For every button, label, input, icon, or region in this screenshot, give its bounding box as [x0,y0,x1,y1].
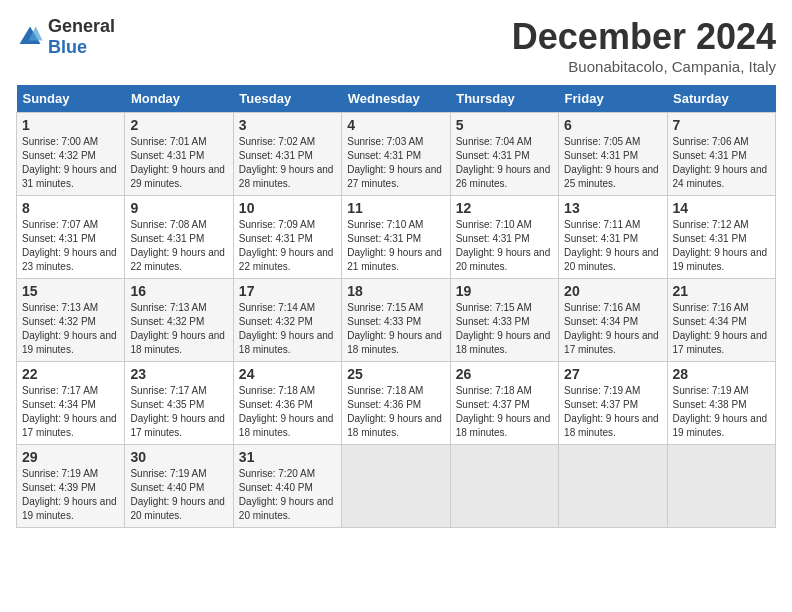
calendar-day-13: 13Sunrise: 7:11 AMSunset: 4:31 PMDayligh… [559,196,667,279]
logo-blue: Blue [48,37,87,57]
calendar-day-16: 16Sunrise: 7:13 AMSunset: 4:32 PMDayligh… [125,279,233,362]
calendar-week-4: 22Sunrise: 7:17 AMSunset: 4:34 PMDayligh… [17,362,776,445]
header-monday: Monday [125,85,233,113]
header-wednesday: Wednesday [342,85,450,113]
calendar-day-24: 24Sunrise: 7:18 AMSunset: 4:36 PMDayligh… [233,362,341,445]
calendar-day-10: 10Sunrise: 7:09 AMSunset: 4:31 PMDayligh… [233,196,341,279]
calendar-day-23: 23Sunrise: 7:17 AMSunset: 4:35 PMDayligh… [125,362,233,445]
calendar-day-25: 25Sunrise: 7:18 AMSunset: 4:36 PMDayligh… [342,362,450,445]
weekday-header-row: Sunday Monday Tuesday Wednesday Thursday… [17,85,776,113]
title-area: December 2024 Buonabitacolo, Campania, I… [512,16,776,75]
calendar-table: Sunday Monday Tuesday Wednesday Thursday… [16,85,776,528]
calendar-day-15: 15Sunrise: 7:13 AMSunset: 4:32 PMDayligh… [17,279,125,362]
calendar-day-22: 22Sunrise: 7:17 AMSunset: 4:34 PMDayligh… [17,362,125,445]
calendar-day-7: 7Sunrise: 7:06 AMSunset: 4:31 PMDaylight… [667,113,775,196]
calendar-day-17: 17Sunrise: 7:14 AMSunset: 4:32 PMDayligh… [233,279,341,362]
calendar-empty-cell [667,445,775,528]
calendar-week-2: 8Sunrise: 7:07 AMSunset: 4:31 PMDaylight… [17,196,776,279]
calendar-day-9: 9Sunrise: 7:08 AMSunset: 4:31 PMDaylight… [125,196,233,279]
calendar-day-12: 12Sunrise: 7:10 AMSunset: 4:31 PMDayligh… [450,196,558,279]
page-header: General Blue December 2024 Buonabitacolo… [16,16,776,75]
calendar-day-1: 1Sunrise: 7:00 AMSunset: 4:32 PMDaylight… [17,113,125,196]
month-title: December 2024 [512,16,776,58]
calendar-day-26: 26Sunrise: 7:18 AMSunset: 4:37 PMDayligh… [450,362,558,445]
calendar-day-21: 21Sunrise: 7:16 AMSunset: 4:34 PMDayligh… [667,279,775,362]
calendar-day-6: 6Sunrise: 7:05 AMSunset: 4:31 PMDaylight… [559,113,667,196]
calendar-day-8: 8Sunrise: 7:07 AMSunset: 4:31 PMDaylight… [17,196,125,279]
header-saturday: Saturday [667,85,775,113]
location-title: Buonabitacolo, Campania, Italy [512,58,776,75]
calendar-day-5: 5Sunrise: 7:04 AMSunset: 4:31 PMDaylight… [450,113,558,196]
header-friday: Friday [559,85,667,113]
header-sunday: Sunday [17,85,125,113]
calendar-empty-cell [342,445,450,528]
calendar-empty-cell [559,445,667,528]
calendar-day-31: 31Sunrise: 7:20 AMSunset: 4:40 PMDayligh… [233,445,341,528]
calendar-day-30: 30Sunrise: 7:19 AMSunset: 4:40 PMDayligh… [125,445,233,528]
calendar-week-1: 1Sunrise: 7:00 AMSunset: 4:32 PMDaylight… [17,113,776,196]
calendar-day-28: 28Sunrise: 7:19 AMSunset: 4:38 PMDayligh… [667,362,775,445]
header-thursday: Thursday [450,85,558,113]
calendar-day-14: 14Sunrise: 7:12 AMSunset: 4:31 PMDayligh… [667,196,775,279]
calendar-day-11: 11Sunrise: 7:10 AMSunset: 4:31 PMDayligh… [342,196,450,279]
calendar-day-3: 3Sunrise: 7:02 AMSunset: 4:31 PMDaylight… [233,113,341,196]
calendar-day-27: 27Sunrise: 7:19 AMSunset: 4:37 PMDayligh… [559,362,667,445]
calendar-day-20: 20Sunrise: 7:16 AMSunset: 4:34 PMDayligh… [559,279,667,362]
calendar-day-2: 2Sunrise: 7:01 AMSunset: 4:31 PMDaylight… [125,113,233,196]
calendar-week-5: 29Sunrise: 7:19 AMSunset: 4:39 PMDayligh… [17,445,776,528]
calendar-day-18: 18Sunrise: 7:15 AMSunset: 4:33 PMDayligh… [342,279,450,362]
calendar-day-19: 19Sunrise: 7:15 AMSunset: 4:33 PMDayligh… [450,279,558,362]
calendar-week-3: 15Sunrise: 7:13 AMSunset: 4:32 PMDayligh… [17,279,776,362]
logo-general: General [48,16,115,36]
calendar-day-29: 29Sunrise: 7:19 AMSunset: 4:39 PMDayligh… [17,445,125,528]
calendar-day-4: 4Sunrise: 7:03 AMSunset: 4:31 PMDaylight… [342,113,450,196]
logo: General Blue [16,16,115,58]
logo-icon [16,23,44,51]
header-tuesday: Tuesday [233,85,341,113]
calendar-empty-cell [450,445,558,528]
